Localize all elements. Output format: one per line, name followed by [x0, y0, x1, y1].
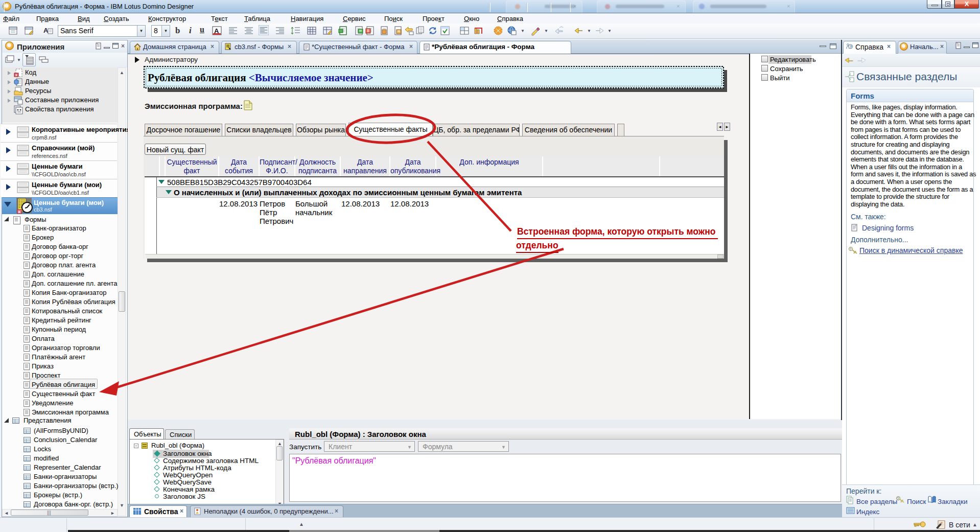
- svg-text:x: x: [15, 73, 17, 77]
- svg-text:x: x: [18, 210, 21, 214]
- svg-text:?: ?: [850, 247, 852, 251]
- svg-text:?: ?: [897, 497, 899, 500]
- svg-text:?: ?: [850, 45, 852, 49]
